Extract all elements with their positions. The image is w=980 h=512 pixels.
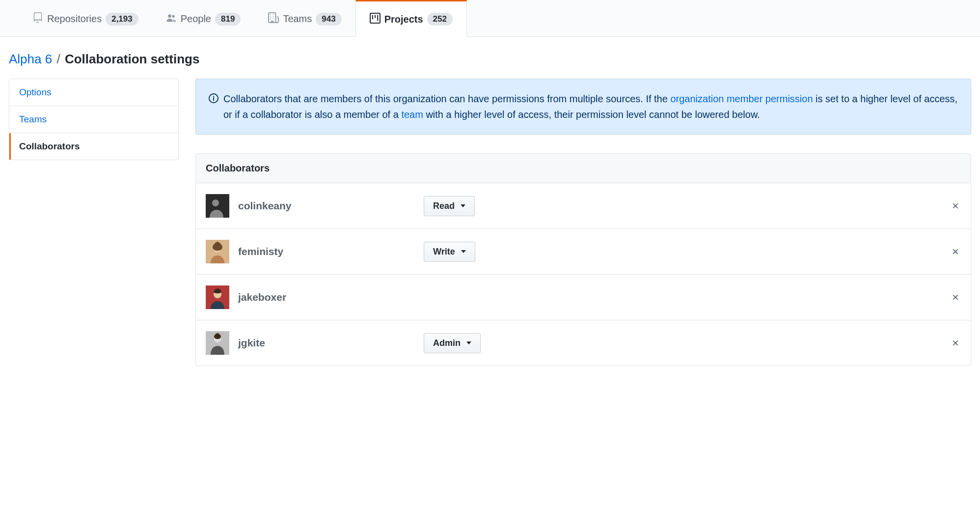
org-permission-link[interactable]: organization member permission	[670, 93, 813, 104]
sidebar-item-label: Options	[19, 87, 51, 97]
sidebar-item-label: Collaborators	[19, 141, 80, 151]
org-icon	[268, 12, 279, 26]
tab-teams[interactable]: Teams 943	[254, 0, 355, 36]
collaborators-box: Collaborators colinkeany Read	[195, 153, 971, 366]
breadcrumb-separator: /	[55, 52, 61, 66]
sidebar-item-collaborators[interactable]: Collaborators	[9, 133, 178, 160]
box-header: Collaborators	[196, 154, 971, 183]
username[interactable]: colinkeany	[238, 200, 415, 212]
flash-text: Collaborators that are members of this o…	[223, 91, 958, 122]
team-link[interactable]: team	[401, 109, 423, 120]
sidebar-item-teams[interactable]: Teams	[9, 106, 178, 133]
info-flash: Collaborators that are members of this o…	[195, 79, 971, 135]
tab-label: Teams	[283, 13, 312, 25]
caret-down-icon	[461, 204, 465, 207]
username[interactable]: jgkite	[238, 337, 415, 349]
svg-point-1	[212, 199, 219, 206]
remove-collaborator-button[interactable]	[950, 292, 961, 303]
tab-count: 819	[215, 13, 241, 26]
info-icon	[209, 91, 218, 122]
caret-down-icon	[461, 250, 466, 253]
sidebar-item-options[interactable]: Options	[9, 79, 178, 106]
settings-sidebar: Options Teams Collaborators	[9, 79, 179, 160]
collaborator-row: jgkite Admin	[196, 320, 971, 366]
remove-collaborator-button[interactable]	[950, 200, 961, 211]
tab-label: Projects	[384, 14, 423, 25]
breadcrumb-current: Collaboration settings	[65, 52, 199, 66]
caret-down-icon	[466, 341, 471, 344]
remove-collaborator-button[interactable]	[950, 338, 961, 348]
permission-dropdown[interactable]: Read	[424, 196, 475, 216]
tab-projects[interactable]: Projects 252	[355, 0, 467, 37]
tab-repositories[interactable]: Repositories 2,193	[19, 0, 152, 36]
tab-count: 943	[316, 13, 341, 26]
remove-collaborator-button[interactable]	[950, 246, 961, 257]
breadcrumb-project-link[interactable]: Alpha 6	[9, 52, 52, 66]
username[interactable]: jakeboxer	[238, 291, 415, 303]
avatar	[206, 240, 229, 263]
permission-label: Read	[433, 201, 455, 211]
avatar	[206, 331, 229, 355]
permission-dropdown[interactable]: Admin	[424, 333, 481, 353]
people-icon	[166, 12, 177, 26]
tab-label: People	[181, 13, 211, 25]
permission-label: Write	[433, 247, 455, 257]
tab-count: 2,193	[106, 13, 138, 26]
collaborator-row: jakeboxer	[196, 275, 971, 320]
avatar	[206, 194, 229, 218]
collaborator-row: feministy Write	[196, 229, 971, 275]
username[interactable]: feministy	[238, 246, 415, 257]
permission-label: Admin	[433, 338, 461, 348]
collaborator-row: colinkeany Read	[196, 183, 971, 229]
tab-count: 252	[427, 13, 453, 26]
sidebar-item-label: Teams	[19, 114, 47, 124]
breadcrumb: Alpha 6 / Collaboration settings	[0, 37, 980, 79]
avatar	[206, 285, 229, 309]
tab-label: Repositories	[47, 13, 102, 25]
permission-dropdown[interactable]: Write	[424, 242, 475, 262]
repo-icon	[32, 12, 43, 26]
org-nav: Repositories 2,193 People 819 Teams 943 …	[0, 0, 980, 37]
project-icon	[370, 13, 381, 26]
tab-people[interactable]: People 819	[152, 0, 255, 36]
